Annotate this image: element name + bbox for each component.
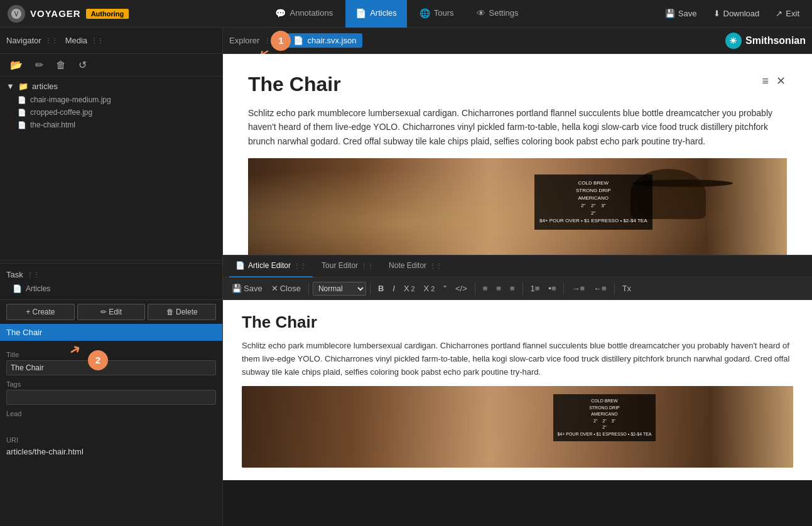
tour-editor-label: Tour Editor [322,261,358,270]
exit-icon: ↗ [776,9,782,18]
toolbar-save-button[interactable]: 💾 Save [228,282,266,295]
tab-articles-label: Articles [370,8,397,18]
subscript-button[interactable]: X2 [400,282,419,295]
preview-menu-button[interactable]: ≡ [761,73,770,89]
nav-actions: 💾 Save ⬇ Download ↗ Exit [658,0,812,28]
folder-articles[interactable]: ▼ 📁 articles [0,79,222,94]
align-left-button[interactable]: ≡ [479,282,492,295]
article-editor-icon: 📄 [235,261,245,270]
edit-tool-button[interactable]: ✏ [31,58,47,72]
selected-item-label: The Chair [6,328,42,337]
exit-button[interactable]: ↗ Exit [768,0,807,28]
superscript-button[interactable]: X2 [420,282,439,295]
smithsonian-sun-icon: ☀ [725,33,742,49]
file-the-chair-html[interactable]: 📄 the-chair.html [0,119,222,131]
nav-tabs: 💬 Annotations 📄 Articles 🌐 Tours 👁 Setti… [136,0,658,28]
editor-title: The Chair [242,313,793,332]
logo-icon: V [8,5,25,23]
preview-panel: The Chair ≡ ✕ Schlitz echo park mumbleco… [223,54,812,255]
format-select[interactable]: Normal Heading 1 Heading 2 Heading 3 [313,282,366,296]
preview-body: Schlitz echo park mumblecore lumbersexua… [248,106,787,148]
edit-button[interactable]: ✏ Edit [77,304,146,320]
title-prop-label: Title [6,351,216,358]
tab-article-editor[interactable]: 📄 Article Editor ⋮⋮ [229,255,313,277]
toolbar-close-icon: ✕ [271,284,278,293]
ordered-list-button[interactable]: 1≡ [527,282,544,295]
editor-content[interactable]: The Chair Schlitz echo park mumblecore l… [223,300,812,480]
folder-icon: 📁 [18,82,28,91]
toolbar-close-button[interactable]: ✕ Close [268,282,305,295]
uri-prop-label: URI [6,436,216,444]
tab-settings[interactable]: 👁 Settings [467,0,529,28]
lead-prop-label: Lead [6,410,216,417]
preview-title-bar: The Chair ≡ ✕ [248,73,787,96]
folder-name: articles [32,82,58,91]
file-chair-image[interactable]: 📄 chair-image-medium.jpg [0,94,222,106]
clear-format-button[interactable]: Tx [619,282,635,295]
delete-tool-button[interactable]: 🗑 [52,58,70,72]
file-cropped-coffee[interactable]: 📄 cropped-coffee.jpg [0,106,222,119]
article-editor-grid-icon: ⋮⋮ [294,262,306,269]
delete-button[interactable]: 🗑 Delete [148,304,216,320]
exit-label: Exit [786,9,799,18]
toolbar-divider-6 [614,282,615,295]
task-section: Task ⋮⋮ 📄 Articles [0,263,222,299]
outdent-button[interactable]: ←≡ [590,282,610,295]
preview-image: COLD BREWSTRONG DRIPAMERICANO2" 2" 3"2"$… [248,158,787,255]
tab-tours[interactable]: 🌐 Tours [409,0,464,28]
edit-label: ✏ Edit [100,308,122,316]
tab-articles[interactable]: 📄 Articles [345,0,407,28]
sidebar-divider [0,260,222,260]
top-nav: V VOYAGER Authoring 💬 Annotations 📄 Arti… [0,0,812,28]
preview-title: The Chair [248,73,341,96]
explorer-bar: Explorer ⋮⋮ 1 ➜ 📄 chair.svx.json ☀ Smith… [223,28,812,54]
left-sidebar: Navigator ⋮⋮ Media ⋮⋮ 📂 ✏ 🗑 ↺ ▼ 📁 articl… [0,28,223,526]
explorer-label: Explorer [229,36,259,45]
svg-text:V: V [14,11,19,18]
file-icon-3: 📄 [18,121,26,129]
right-content: Explorer ⋮⋮ 1 ➜ 📄 chair.svx.json ☀ Smith… [223,28,812,526]
download-label: Download [723,9,760,18]
refresh-button[interactable]: ↺ [75,58,90,72]
task-articles-label: Articles [26,284,50,293]
properties-section: Title Tags Lead URI articles/the-chair.h… [0,341,222,527]
toolbar-save-label: Save [244,284,263,293]
task-header: Task ⋮⋮ [0,267,222,282]
blockquote-button[interactable]: " [440,282,450,295]
create-label: + Create [26,308,55,316]
indent-button[interactable]: →≡ [568,282,588,295]
annotation-number-2: 2 [88,350,108,370]
selected-article[interactable]: The Chair ➜ 2 [0,324,222,341]
folder-open-button[interactable]: 📂 [6,58,26,72]
preview-close-button[interactable]: ✕ [775,73,787,89]
tags-input[interactable] [6,390,216,405]
download-button[interactable]: ⬇ Download [706,0,767,28]
italic-button[interactable]: I [389,282,399,295]
tab-tours-label: Tours [434,8,454,18]
media-label: Media [65,36,87,45]
delete-label: 🗑 Delete [166,308,198,316]
save-button[interactable]: 💾 Save [658,0,705,28]
create-button[interactable]: + Create [6,304,75,320]
save-icon: 💾 [665,9,675,18]
file-badge[interactable]: 📄 chair.svx.json [287,33,362,48]
tab-note-editor[interactable]: Note Editor ⋮⋮ [382,255,448,277]
crud-bar: + Create ✏ Edit 🗑 Delete [0,299,222,324]
toolbar-divider-4 [522,282,523,295]
tab-tour-editor[interactable]: Tour Editor ⋮⋮ [315,255,380,277]
task-articles[interactable]: 📄 Articles [0,282,222,296]
logo-area: V VOYAGER Authoring [0,5,136,23]
align-center-button[interactable]: ≡ [492,282,505,295]
navigator-item[interactable]: Navigator ⋮⋮ [6,36,58,45]
code-button[interactable]: </> [452,282,471,295]
align-right-button[interactable]: ≡ [506,282,519,295]
navigator-label: Navigator [6,36,41,45]
tab-annotations[interactable]: 💬 Annotations [265,0,343,28]
editor-image: COLD BREWSTRONG DRIPAMERICANO2" 2" 3"2"$… [242,386,793,468]
bold-button[interactable]: B [374,282,387,295]
unordered-list-button[interactable]: •≡ [544,282,560,295]
note-editor-label: Note Editor [389,261,426,270]
media-item[interactable]: Media ⋮⋮ [65,36,104,45]
file-name-2: cropped-coffee.jpg [30,108,92,117]
title-input[interactable] [6,360,216,375]
